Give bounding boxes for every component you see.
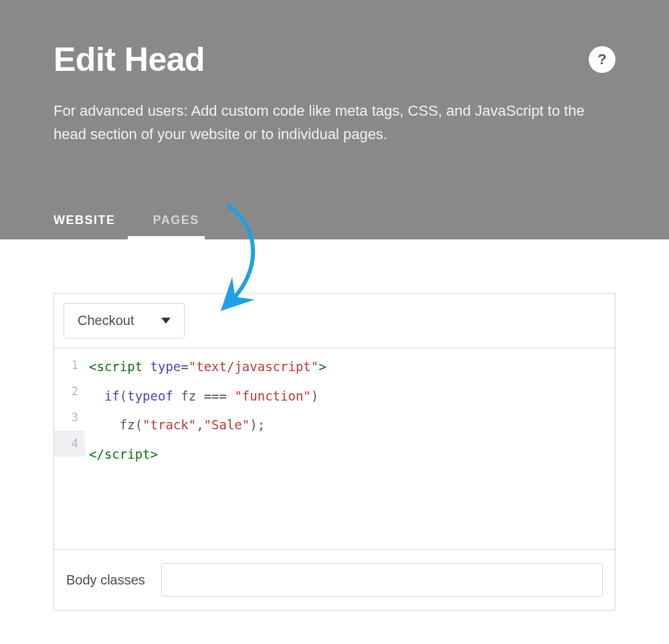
page-selector-dropdown[interactable]: Checkout (64, 303, 185, 338)
edit-head-panel: Checkout 1234 <script type="text/javascr… (54, 293, 615, 611)
page-selector-value: Checkout (78, 313, 134, 328)
header-section: Edit Head ? For advanced users: Add cust… (0, 0, 669, 239)
code-gutter: 1234 (54, 348, 85, 549)
body-classes-label: Body classes (66, 572, 145, 588)
title-row: Edit Head ? (54, 40, 615, 79)
page-title: Edit Head (54, 40, 205, 79)
page-subtitle: For advanced users: Add custom code like… (54, 99, 589, 146)
help-icon[interactable]: ? (589, 46, 615, 73)
body-classes-row: Body classes (54, 549, 615, 610)
tabs: WEBSITE PAGES (54, 203, 218, 239)
content-area: Checkout 1234 <script type="text/javascr… (0, 239, 669, 611)
body-classes-input[interactable] (161, 563, 603, 597)
tab-pages[interactable]: PAGES (134, 203, 218, 239)
tab-website[interactable]: WEBSITE (54, 203, 134, 239)
panel-toolbar: Checkout (54, 294, 615, 348)
chevron-down-icon (161, 318, 171, 324)
code-lines: <script type="text/javascript"> if(typeo… (89, 352, 608, 469)
code-editor[interactable]: 1234 <script type="text/javascript"> if(… (54, 348, 615, 549)
